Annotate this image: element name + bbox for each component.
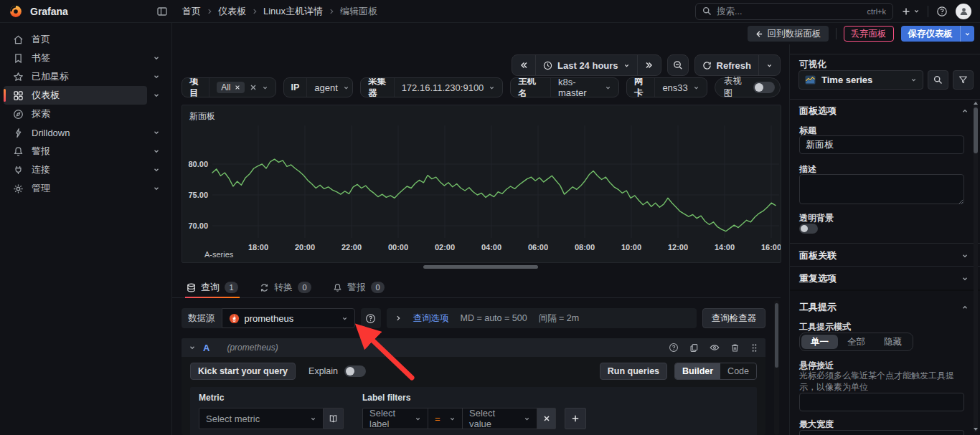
variable-ip[interactable]: IP agent [283, 77, 354, 97]
new-menu-button[interactable] [901, 6, 920, 16]
sidebar-item-dashboards[interactable]: 仪表板 [4, 86, 166, 105]
kickstart-query-button[interactable]: Kick start your query [190, 363, 296, 380]
hide-response-eye-icon[interactable] [710, 343, 720, 353]
explain-switch[interactable] [344, 365, 366, 377]
sidebar-item-starred[interactable]: 已加星标 [4, 67, 166, 86]
chevron-down-icon[interactable] [147, 73, 166, 80]
chevron-down-icon[interactable] [147, 166, 166, 173]
breadcrumb-dashboards[interactable]: 仪表板 [218, 5, 246, 18]
refresh-button[interactable]: Refresh [695, 55, 758, 75]
options-scrollbar[interactable] [974, 100, 978, 432]
sidebar-item-explore[interactable]: 探索 [4, 105, 166, 123]
variable-nic[interactable]: 网卡 ens33 [626, 77, 707, 97]
chevron-down-icon[interactable] [147, 148, 166, 155]
table-view-toggle[interactable]: 表视图 [715, 77, 781, 97]
back-to-dashboard-button[interactable]: 回到数据面板 [748, 26, 829, 42]
query-help-icon[interactable] [669, 343, 679, 353]
refresh-interval-caret[interactable] [758, 55, 780, 75]
variable-project[interactable]: 项目 All [182, 77, 276, 97]
select-value-dropdown[interactable]: Select value [463, 408, 537, 429]
tooltip-mode-all[interactable]: 全部 [838, 335, 875, 349]
zoom-out-button[interactable] [667, 54, 689, 76]
table-view-switch[interactable] [753, 82, 775, 93]
global-search[interactable]: ctrl+k [695, 3, 893, 20]
max-width-input-partial[interactable] [799, 430, 964, 435]
operator-dropdown[interactable]: = [428, 408, 463, 429]
sidebar-item-connections[interactable]: 连接 [4, 161, 166, 179]
builder-mode-button[interactable]: Builder [675, 363, 720, 379]
remove-filter-button[interactable] [537, 408, 556, 429]
duplicate-query-icon[interactable] [689, 343, 699, 353]
chevron-down-icon[interactable] [189, 344, 196, 351]
chevron-up-icon[interactable] [961, 107, 969, 115]
chevron-down-icon[interactable] [147, 92, 166, 99]
sidebar-item-bookmarks[interactable]: 书签 [4, 49, 166, 67]
variable-value-tag[interactable]: All [217, 82, 244, 93]
select-metric-dropdown[interactable]: Select metric [199, 408, 324, 429]
time-shift-back-button[interactable] [512, 55, 535, 75]
time-shift-forward-button[interactable] [637, 55, 661, 75]
scrollbar-thumb[interactable] [974, 107, 978, 153]
code-mode-button[interactable]: Code [720, 363, 756, 379]
explain-toggle[interactable]: Explain [308, 365, 366, 377]
pane-resize-handle[interactable] [423, 265, 538, 269]
dock-sidebar-icon[interactable] [156, 6, 168, 17]
breadcrumb-dashboard-name[interactable]: Linux主机详情 [263, 5, 323, 18]
grafana-logo-icon[interactable] [9, 4, 23, 19]
chevron-down-icon[interactable] [262, 85, 268, 91]
repeat-options-section[interactable]: 重复选项 [799, 272, 969, 285]
chevron-up-icon[interactable] [961, 304, 969, 311]
drag-handle-icon[interactable] [750, 343, 758, 353]
tooltip-mode-single[interactable]: 单一 [801, 335, 838, 349]
query-scrollbar[interactable] [774, 300, 779, 435]
chevron-down-icon[interactable] [605, 85, 611, 91]
help-button[interactable] [936, 6, 948, 17]
datasource-help-button[interactable] [361, 308, 381, 328]
query-options-link[interactable]: 查询选项 [413, 312, 449, 325]
query-inspector-button[interactable]: 查询检查器 [702, 308, 766, 328]
add-filter-button[interactable] [565, 408, 586, 429]
variable-hostname[interactable]: 主机名 k8s-master [510, 77, 619, 97]
panel-options-section[interactable]: 面板选项 [799, 105, 969, 118]
time-range-picker[interactable]: Last 24 hours [535, 55, 637, 75]
chevron-down-icon[interactable] [693, 85, 699, 91]
search-input[interactable] [717, 6, 862, 16]
panel-description-textarea[interactable] [799, 174, 964, 204]
chevron-down-icon[interactable] [489, 85, 495, 91]
tooltip-mode-hidden[interactable]: 隐藏 [875, 335, 911, 349]
viz-search-button[interactable] [928, 70, 948, 90]
variable-collector[interactable]: 采集器 172.16.11.230:9100 [360, 77, 503, 97]
metrics-explorer-book-icon[interactable] [324, 408, 344, 429]
chart-legend[interactable]: A-series [189, 250, 233, 259]
transparent-bg-switch[interactable] [799, 224, 818, 234]
save-dashboard-button[interactable]: 保存仪表板 [901, 26, 975, 42]
delete-query-trash-icon[interactable] [730, 343, 740, 353]
hover-proximity-input[interactable] [799, 393, 964, 411]
chevron-down-icon[interactable] [343, 85, 349, 91]
query-options-bar[interactable]: 查询选项 MD = auto = 500 间隔 = 2m [387, 308, 697, 328]
scrollbar-thumb[interactable] [775, 303, 778, 368]
query-row-header[interactable]: A (prometheus) [182, 338, 765, 357]
sidebar-item-alerting[interactable]: 警报 [4, 142, 166, 161]
select-label-dropdown[interactable]: Select label [362, 408, 428, 429]
panel-links-section[interactable]: 面板关联 [799, 249, 969, 262]
discard-panel-button[interactable]: 丢弃面板 [844, 26, 894, 42]
panel-title-input[interactable] [799, 135, 964, 154]
scroll-down-arrow[interactable] [974, 428, 978, 431]
breadcrumb-home[interactable]: 首页 [182, 5, 201, 18]
sidebar-item-home[interactable]: 首页 [4, 30, 166, 49]
datasource-picker[interactable]: prometheus [222, 308, 355, 328]
timeseries-chart[interactable]: 80.0075.0070.0018:0020:0022:0000:0002:00… [182, 123, 781, 259]
chevron-down-icon[interactable] [147, 54, 166, 62]
tab-query[interactable]: 查询 1 [185, 277, 240, 297]
clear-icon[interactable] [250, 84, 257, 91]
chevron-down-icon[interactable] [147, 185, 166, 192]
chevron-down-icon[interactable] [961, 275, 969, 282]
chevron-down-icon[interactable] [147, 129, 166, 136]
tab-transform[interactable]: 转换 0 [258, 277, 313, 297]
resize-grip-icon[interactable] [958, 199, 963, 204]
user-avatar[interactable] [956, 4, 971, 19]
scroll-up-arrow[interactable] [974, 102, 978, 105]
tooltip-section[interactable]: 工具提示 [799, 301, 969, 314]
save-menu-caret[interactable] [960, 26, 974, 42]
